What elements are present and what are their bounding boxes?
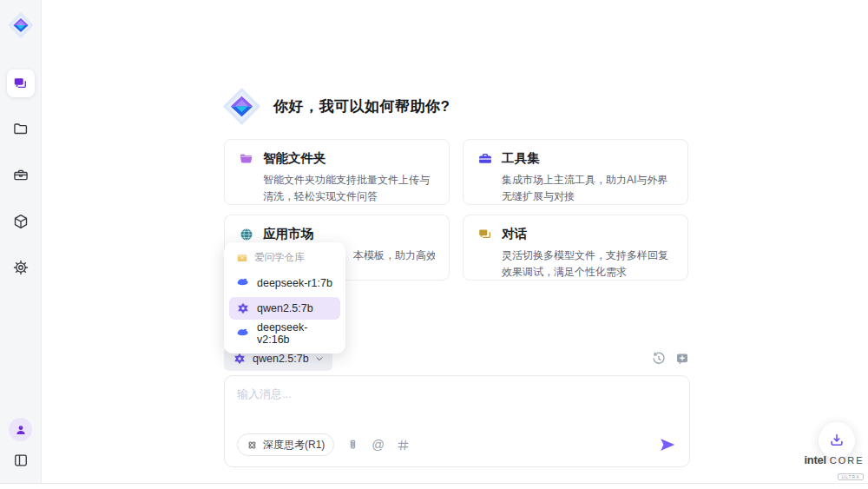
chat-icon (12, 76, 29, 92)
model-option-qwen[interactable]: qwen2.5:7b (229, 297, 340, 320)
card-smart-folder[interactable]: 智能文件夹 智能文件夹功能支持批量文件上传与清洗，轻松实现文件问答 (224, 139, 450, 205)
collapse-panel-button[interactable] (10, 449, 32, 472)
qwen-icon (236, 301, 250, 315)
card-description: 智能文件夹功能支持批量文件上传与清洗，轻松实现文件问答 (263, 172, 435, 204)
paperclip-icon[interactable] (345, 438, 360, 453)
user-avatar[interactable] (9, 418, 32, 441)
panel-layout-icon (12, 452, 30, 469)
card-title: 应用市场 (263, 226, 313, 242)
download-icon (828, 432, 845, 449)
deepseek-whale-icon (236, 327, 250, 340)
model-dropdown: 爱问学仓库 deepseek-r1:7b qwen2.5:7b deepseek… (224, 242, 345, 354)
composer-toolbar: 深度思考(R1) @ (237, 433, 677, 456)
person-icon (14, 423, 28, 437)
sidebar-item-models[interactable] (7, 208, 35, 235)
briefcase-icon (12, 167, 30, 184)
gear-icon (12, 259, 30, 276)
sidebar-item-settings[interactable] (7, 254, 35, 281)
greeting: 你好，我可以如何帮助你? (221, 86, 450, 127)
intel-core-logo: intel core ultra (803, 453, 865, 482)
chat-actions (651, 351, 690, 367)
sidebar-bottom (9, 418, 32, 472)
hash-icon[interactable] (396, 438, 411, 453)
app-logo-icon (7, 9, 35, 42)
model-option-label: deepseek-v2:16b (257, 321, 333, 346)
card-title: 智能文件夹 (263, 150, 326, 167)
intel-wordmark: intel (804, 453, 825, 466)
message-input[interactable] (237, 387, 677, 425)
greeting-title: 你好，我可以如何帮助你? (273, 96, 450, 116)
model-dropdown-header: 爱问学仓库 (229, 249, 340, 269)
mention-icon[interactable]: @ (372, 439, 385, 452)
card-description: 集成市场上主流工具，助力AI与外界无缝扩展与对接 (502, 172, 674, 204)
gold-chat-icon (477, 227, 493, 242)
model-option-deepseek-v2[interactable]: deepseek-v2:16b (229, 322, 340, 345)
deep-think-toggle[interactable]: 深度思考(R1) (237, 433, 334, 456)
atom-icon (247, 439, 258, 451)
cube-icon (12, 213, 30, 230)
send-icon[interactable] (658, 435, 677, 454)
globe-grid-icon (239, 227, 254, 242)
indigo-briefcase-icon (477, 151, 493, 167)
card-title: 对话 (502, 226, 527, 242)
sidebar-nav (7, 69, 35, 281)
sidebar-item-folders[interactable] (7, 116, 35, 143)
card-title: 工具集 (502, 150, 540, 167)
message-composer: 深度思考(R1) @ (224, 375, 690, 467)
new-chat-icon[interactable] (674, 351, 690, 367)
deep-think-label: 深度思考(R1) (263, 438, 325, 453)
card-description: 灵活切换多模型文件，支持多样回复效果调试，满足个性化需求 (502, 248, 674, 280)
core-wordmark: core (830, 455, 865, 466)
model-option-deepseek-r1[interactable]: deepseek-r1:7b (229, 272, 340, 294)
purple-folder-icon (239, 151, 254, 167)
app-window: 你好，我可以如何帮助你? 智能文件夹 智能文件夹功能支持批量文件上传与清洗，轻松… (0, 0, 868, 489)
history-icon[interactable] (651, 351, 667, 367)
sidebar (0, 0, 42, 484)
ultra-badge: ultra (838, 473, 863, 480)
model-option-label: qwen2.5:7b (257, 302, 313, 314)
repository-label: 爱问学仓库 (254, 251, 305, 264)
card-dialogue[interactable]: 对话 灵活切换多模型文件，支持多样回复效果调试，满足个性化需求 (463, 215, 688, 281)
sidebar-item-chat[interactable] (7, 69, 35, 97)
model-option-label: deepseek-r1:7b (257, 277, 332, 289)
deepseek-whale-icon (236, 276, 250, 290)
chevron-down-icon (315, 354, 324, 363)
sidebar-item-toolbox[interactable] (7, 162, 35, 189)
qwen-icon (233, 352, 247, 366)
repository-icon (236, 252, 248, 264)
window-bottom-divider (0, 483, 868, 484)
card-toolset[interactable]: 工具集 集成市场上主流工具，助力AI与外界无缝扩展与对接 (463, 139, 688, 205)
folder-icon (12, 121, 30, 138)
assistant-logo-icon (221, 86, 262, 127)
selected-model-label: qwen2.5:7b (253, 353, 309, 365)
